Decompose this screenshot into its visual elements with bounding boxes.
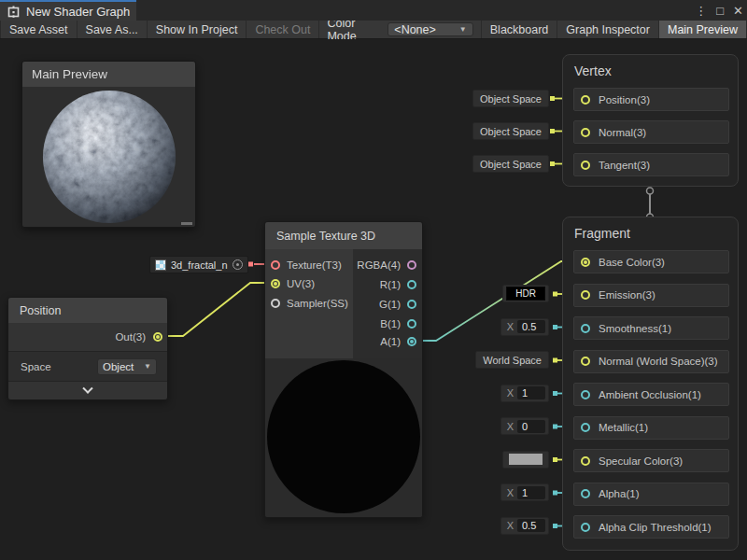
specular-color-port[interactable] [581,456,590,466]
sample-texture-3d-title[interactable]: Sample Texture 3D [265,222,422,249]
graph-canvas[interactable]: Main Preview [0,39,747,559]
row-label: Texture(T3) [287,259,342,271]
metallic-port[interactable] [581,423,590,432]
rgba-output-port[interactable] [407,260,416,270]
emission-hdr-color-field[interactable]: HDR [502,285,549,302]
vertex-row-tangent[interactable]: Tangent(3) [573,153,729,176]
ambient-occlusion-float-field[interactable]: X 1 [500,385,549,402]
metallic-value-input[interactable]: 0 [517,420,545,433]
g-output-port[interactable] [407,300,416,309]
output-rgba[interactable]: RGBA(4) [357,256,416,274]
fragment-row-smoothness[interactable]: Smoothness(1) [573,316,729,340]
fragment-row-normal-ws[interactable]: Normal (World Space)(3) [573,350,729,373]
close-icon[interactable]: ✕ [733,4,743,18]
texture-object-field[interactable]: 3d_fractal_n [149,256,248,273]
color-mode-label: Color Mode [319,21,388,38]
main-preview-viewport[interactable] [22,87,195,227]
alpha-clip-float-field[interactable]: X 0.5 [500,517,549,535]
normal-space-badge[interactable]: Object Space [472,122,549,140]
tangent-space-badge[interactable]: Object Space [472,155,549,173]
graph-inspector-toggle-button[interactable]: Graph Inspector [557,21,659,38]
main-preview-panel-header[interactable]: Main Preview [22,62,195,87]
hdr-color-swatch[interactable]: HDR [506,287,545,301]
input-sampler[interactable]: Sampler(SS) [271,294,348,313]
x-component-label: X [504,321,514,332]
alpha-port[interactable] [581,489,590,498]
metallic-float-field[interactable]: X 0 [500,417,549,435]
alpha-clip-value-input[interactable]: 0.5 [517,519,545,532]
emission-port[interactable] [581,290,590,300]
fragment-row-alpha[interactable]: Alpha(1) [573,483,729,506]
row-label: Normal(3) [599,127,646,138]
node-collapse-footer[interactable] [8,381,167,399]
alpha-value-input[interactable]: 1 [517,486,545,499]
save-asset-button[interactable]: Save Asset [0,21,78,38]
normal-space-badge[interactable]: World Space [475,351,549,369]
object-picker-icon[interactable] [233,259,243,270]
position-out-row[interactable]: Out(3) [8,323,167,351]
fragment-row-emission[interactable]: Emission(3) [573,284,729,307]
x-component-label: X [504,487,514,498]
document-tab[interactable]: New Shader Graph [0,0,136,21]
a-output-port[interactable] [407,337,416,346]
uv-input-port[interactable] [271,279,280,288]
main-preview-toggle-button[interactable]: Main Preview [659,21,747,38]
fragment-row-alpha-clip[interactable]: Alpha Clip Threshold(1) [573,515,729,539]
row-label: Specular Color(3) [599,455,683,467]
tangent-input-port[interactable] [581,161,590,170]
maximize-icon[interactable]: □ [716,4,724,18]
r-output-port[interactable] [407,280,416,289]
node-preview[interactable] [265,358,422,517]
space-dropdown[interactable]: Object ▼ [97,358,157,375]
space-label: Space [21,361,51,372]
row-label: Emission(3) [599,289,655,301]
specular-color-field[interactable] [502,451,549,469]
fragment-row-metallic[interactable]: Metallic(1) [573,416,729,440]
position-space-badge[interactable]: Object Space [472,90,549,107]
alpha-float-field[interactable]: X 1 [500,483,549,501]
normal-input-port[interactable] [581,128,590,137]
position-node-title[interactable]: Position [8,298,167,323]
chevron-down-icon: ▼ [459,25,467,34]
specular-color-swatch[interactable] [509,454,543,465]
position-node[interactable]: Position Out(3) Space Object ▼ [7,297,168,400]
vertex-context-node[interactable]: Vertex Position(3) Normal(3) Tangent(3) [562,54,739,187]
fragment-context-node[interactable]: Fragment Base Color(3) Emission(3) Smoot… [562,217,739,551]
vertex-row-normal[interactable]: Normal(3) [573,120,729,144]
b-output-port[interactable] [407,319,416,329]
smoothness-value-input[interactable]: 0.5 [517,320,545,333]
row-label: Alpha Clip Threshold(1) [599,522,712,533]
panel-resize-handle[interactable] [181,222,192,225]
fragment-row-base-color[interactable]: Base Color(3) [573,250,729,273]
position-input-port[interactable] [581,95,590,105]
smoothness-float-field[interactable]: X 0.5 [500,318,549,336]
normal-ws-port[interactable] [581,357,590,366]
row-label: Sampler(SS) [287,298,348,309]
sample-texture-3d-node[interactable]: Sample Texture 3D Texture(T3) UV(3) Samp… [264,221,423,518]
row-label: B(1) [380,318,401,329]
texture-input-port[interactable] [271,260,280,270]
base-color-port[interactable] [581,258,590,267]
edge-position-to-uv[interactable] [163,283,272,336]
output-r[interactable]: R(1) [380,275,416,294]
fragment-row-specular-color[interactable]: Specular Color(3) [573,449,729,472]
show-in-project-button[interactable]: Show In Project [148,21,247,38]
ambient-occlusion-port[interactable] [581,390,590,399]
color-mode-dropdown[interactable]: <None> ▼ [388,22,472,36]
output-g[interactable]: G(1) [379,295,416,314]
smoothness-port[interactable] [581,324,590,333]
blackboard-toggle-button[interactable]: Blackboard [481,21,558,38]
fragment-row-ambient-occlusion[interactable]: Ambient Occlusion(1) [573,383,729,406]
alpha-clip-port[interactable] [581,523,590,532]
vertex-row-position[interactable]: Position(3) [573,88,729,111]
save-as-button[interactable]: Save As... [78,21,148,38]
output-b[interactable]: B(1) [380,315,416,333]
input-texture[interactable]: Texture(T3) [271,256,342,274]
main-preview-panel[interactable]: Main Preview [21,61,196,228]
out-port[interactable] [153,332,162,342]
menu-dots-icon[interactable]: ⋮ [695,4,707,18]
sampler-input-port[interactable] [271,299,280,308]
output-a[interactable]: A(1) [380,332,416,351]
input-uv[interactable]: UV(3) [271,274,315,293]
ambient-occlusion-value-input[interactable]: 1 [517,386,545,399]
